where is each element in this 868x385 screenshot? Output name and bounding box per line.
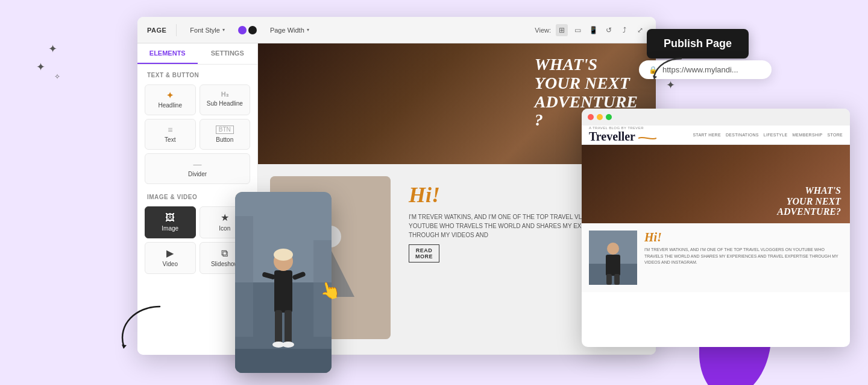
headline-icon: ✦ [166,91,174,100]
nav-link-destinations[interactable]: DESTINATIONS [726,133,759,137]
deco-curved-arrow [112,301,172,349]
brand-text: Treveller [589,130,635,143]
svg-rect-11 [275,310,282,343]
svg-point-20 [607,243,619,255]
svg-rect-6 [235,216,253,337]
nav-link-lifestyle[interactable]: LIFESTYLE [764,133,788,137]
element-text[interactable]: ≡ Text [145,119,196,150]
section-text-button: TEXT & BUTTON [137,65,257,82]
element-divider[interactable]: — Divider [145,153,250,184]
swatch-black[interactable] [248,26,257,34]
man-card-inner [235,192,332,373]
sub-headline-label: Sub Headline [207,100,243,107]
svg-marker-24 [122,345,127,349]
nav-link-store[interactable]: STORE [828,133,843,137]
preview-about-text: I'M TREVER WATKINS, AND I'M ONE OF THE T… [644,247,843,266]
close-traffic-light[interactable] [588,114,594,120]
page-label: PAGE [147,27,166,34]
sub-headline-icon: H₂ [221,91,228,98]
video-icon: ▶ [166,249,174,258]
element-video[interactable]: ▶ Video [145,242,196,274]
tab-settings[interactable]: SETTINGS [198,43,258,64]
slideshow-icon: ⧉ [221,249,228,258]
image-icon: 🖼 [165,213,175,223]
nav-link-start[interactable]: START HERE [693,133,721,137]
preview-nav-links: START HERE DESTINATIONS LIFESTYLE MEMBER… [693,133,843,137]
sparkle-icon-2: ✧ [54,72,60,81]
brand-underline-svg [638,136,656,141]
headline-label: Headline [159,102,182,109]
sparkle-icon-3: ✦ [48,42,57,56]
canvas-read-more-btn[interactable]: READ MORE [409,244,439,262]
tab-elements[interactable]: ELEMENTS [137,43,198,64]
sparkle-icon-4: ✦ [666,78,675,92]
svg-rect-5 [235,349,332,373]
preview-brand: Treveller [589,130,656,144]
tablet-view-icon[interactable]: ▭ [571,24,583,36]
font-style-label: Font Style [190,27,220,34]
sparkle-icon-1: ✦ [36,60,45,74]
svg-point-10 [274,249,293,261]
svg-rect-22 [606,274,612,285]
expand-icon[interactable]: ⤢ [634,24,646,36]
preview-about: Hi! I'M TREVER WATKINS, AND I'M ONE OF T… [644,231,843,285]
element-image[interactable]: 🖼 Image [145,206,196,238]
topbar-right: View: ⊞ ▭ 📱 ↺ ⤴ ⤢ [535,24,646,36]
nav-link-membership[interactable]: MEMBERSHIP [792,133,822,137]
button-label: Button [216,136,233,143]
element-headline[interactable]: ✦ Headline [145,84,196,115]
separator [176,24,177,36]
preview-nav: A TRAVEL BLOG BY TREVER Treveller START … [582,126,850,145]
publish-button[interactable]: Publish Page [647,29,749,59]
elements-grid-text: ✦ Headline H₂ Sub Headline ≡ Text BTN Bu… [137,82,257,186]
preview-hero: What'sYour NextAdventure? [582,145,850,223]
preview-small-image [589,231,637,285]
svg-rect-12 [285,310,292,343]
svg-rect-23 [614,274,620,285]
image-label: Image [162,225,178,232]
preview-window: A TRAVEL BLOG BY TREVER Treveller START … [582,109,850,347]
page-width-chevron: ▾ [307,27,309,33]
view-icons: ⊞ ▭ 📱 ↺ ⤴ ⤢ [556,24,646,36]
preview-logo-tagline: A TRAVEL BLOG BY TREVER Treveller [589,126,656,144]
svg-rect-8 [274,270,292,313]
slideshow-label: Slideshow [211,261,239,267]
preview-hero-text: What'sYour NextAdventure? [777,185,841,217]
page-width-dropdown[interactable]: Page Width ▾ [266,25,313,36]
floating-man-card [235,192,332,373]
svg-point-14 [282,342,294,348]
desktop-view-icon[interactable]: ⊞ [556,24,568,36]
editor-window: PAGE Font Style ▾ Page Width ▾ View: ⊞ ▭… [137,17,656,355]
svg-rect-21 [606,255,620,276]
divider-icon: — [193,160,202,168]
font-style-chevron: ▾ [222,27,225,33]
color-swatches [238,26,257,34]
sidebar-tabs: ELEMENTS SETTINGS [137,43,257,65]
preview-content: Hi! I'M TREVER WATKINS, AND I'M ONE OF T… [582,223,850,292]
publish-arrow-icon [651,56,687,80]
swatch-purple[interactable] [238,26,247,34]
element-sub-headline[interactable]: H₂ Sub Headline [200,84,251,115]
preview-hi-text: Hi! [644,231,843,244]
maximize-traffic-light[interactable] [606,114,612,120]
icon-icon: ★ [221,213,229,223]
share-icon[interactable]: ⤴ [618,24,631,36]
text-icon: ≡ [168,126,172,134]
editor-topbar: PAGE Font Style ▾ Page Width ▾ View: ⊞ ▭… [137,17,656,43]
button-icon: BTN [216,126,234,134]
svg-marker-17 [653,75,657,80]
divider-label: Divider [188,171,207,177]
mobile-view-icon[interactable]: 📱 [587,24,599,36]
icon-label: Icon [219,225,230,232]
minimize-traffic-light[interactable] [597,114,603,120]
font-style-dropdown[interactable]: Font Style ▾ [186,25,228,36]
preview-titlebar [582,109,850,126]
history-icon[interactable]: ↺ [603,24,615,36]
text-label: Text [165,136,175,143]
view-label: View: [535,27,551,34]
page-width-label: Page Width [270,27,304,34]
video-label: Video [163,261,178,267]
element-button[interactable]: BTN Button [200,119,251,150]
preview-logo-area: A TRAVEL BLOG BY TREVER Treveller [589,126,656,144]
